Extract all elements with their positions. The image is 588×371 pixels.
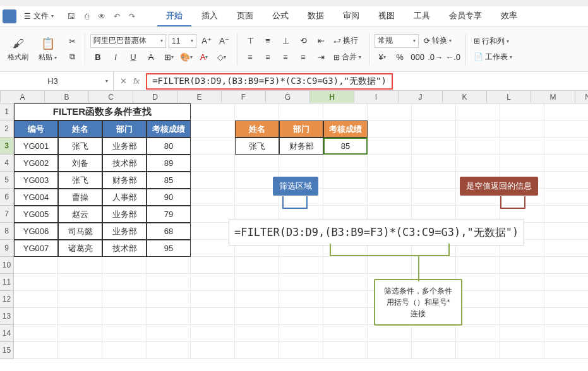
cell[interactable]: 部门 [102, 121, 147, 138]
cell[interactable]: 刘备 [58, 155, 102, 172]
row-header-7[interactable]: 7 [0, 206, 14, 223]
col-header-M[interactable]: M [531, 91, 575, 103]
number-format-select[interactable]: 常规▾ [375, 34, 419, 48]
cell[interactable]: YG007 [14, 240, 58, 257]
cancel-icon[interactable]: ✕ [120, 76, 127, 86]
cell[interactable]: 姓名 [235, 121, 279, 138]
indent-dec-icon[interactable]: ⇤ [313, 34, 328, 48]
row-header-2[interactable]: 2 [0, 121, 14, 138]
tab-review[interactable]: 审阅 [334, 6, 368, 26]
highlight-button[interactable]: ◇▾ [214, 50, 229, 64]
tab-insert[interactable]: 插入 [193, 6, 227, 26]
align-left-icon[interactable]: ≡ [243, 50, 258, 64]
col-header-H[interactable]: H [310, 91, 354, 103]
cell[interactable]: 85 [323, 138, 368, 155]
col-header-K[interactable]: K [443, 91, 487, 103]
cell[interactable]: 诸葛亮 [58, 240, 102, 257]
row-header-11[interactable]: 11 [0, 274, 14, 291]
col-header-I[interactable]: I [354, 91, 399, 103]
cell[interactable]: 考核成绩 [323, 121, 368, 138]
align-middle-icon[interactable]: ≡ [260, 34, 275, 48]
worksheet-button[interactable]: 📄 工作表▾ [471, 50, 515, 64]
convert-button[interactable]: ⟳ 转换▾ [421, 34, 454, 47]
wrap-button[interactable]: ⮐ 换行 [331, 34, 361, 47]
cell[interactable]: 79 [147, 206, 191, 223]
cell[interactable]: 人事部 [102, 189, 147, 206]
row-header-1[interactable]: 1 [0, 103, 14, 121]
cell[interactable]: 赵云 [58, 206, 102, 223]
tab-view[interactable]: 视图 [369, 6, 404, 26]
border-button[interactable]: ⊞▾ [161, 50, 176, 64]
cell[interactable]: 技术部 [102, 155, 147, 172]
preview-icon[interactable]: 👁 [97, 11, 107, 21]
font-size-select[interactable]: 11▾ [169, 34, 196, 48]
cut-icon[interactable]: ✂ [64, 35, 80, 49]
decrease-font-icon[interactable]: A⁻ [217, 34, 232, 48]
increase-font-icon[interactable]: A⁺ [199, 34, 214, 48]
col-header-E[interactable]: E [177, 91, 222, 103]
bold-button[interactable]: B [90, 50, 105, 64]
formula-input-wrap[interactable]: =FILTER(D3:D9,(B3:B9=F3)*(C3:C9=G3),"无数据… [146, 73, 588, 90]
cell[interactable]: 技术部 [102, 240, 147, 257]
cell[interactable]: 考核成绩 [147, 121, 191, 138]
col-header-A[interactable]: A [1, 91, 45, 103]
cell[interactable]: YG003 [14, 172, 58, 189]
cell[interactable]: 张飞 [58, 138, 102, 155]
row-header-13[interactable]: 13 [0, 308, 14, 325]
dec-inc-icon[interactable]: .0→ [428, 50, 443, 64]
paste-button[interactable]: 📋 粘贴 ▾ [36, 33, 59, 64]
cell[interactable]: YG006 [14, 223, 58, 240]
align-center-icon[interactable]: ≡ [260, 50, 275, 64]
row-header-14[interactable]: 14 [0, 325, 14, 342]
dec-dec-icon[interactable]: ←.0 [445, 50, 460, 64]
row-header-10[interactable]: 10 [0, 257, 14, 274]
redo-icon[interactable]: ↷ [127, 11, 137, 21]
cell[interactable]: 业务部 [102, 223, 147, 240]
undo-icon[interactable]: ↶ [112, 11, 122, 21]
tab-page[interactable]: 页面 [228, 6, 262, 26]
percent-icon[interactable]: % [392, 50, 407, 64]
tab-tools[interactable]: 工具 [405, 6, 439, 26]
row-header-4[interactable]: 4 [0, 155, 14, 172]
cell[interactable]: 财务部 [279, 138, 323, 155]
col-header-C[interactable]: C [89, 91, 133, 103]
format-painter-button[interactable]: 🖌 格式刷 [5, 33, 31, 64]
fill-color-button[interactable]: 🎨▾ [179, 50, 194, 64]
italic-button[interactable]: I [108, 50, 123, 64]
tab-start[interactable]: 开始 [157, 6, 191, 26]
row-header-8[interactable]: 8 [0, 223, 14, 240]
tab-data[interactable]: 数据 [299, 6, 333, 26]
indent-inc-icon[interactable]: ⇥ [313, 50, 328, 64]
cell[interactable]: 司马懿 [58, 223, 102, 240]
align-right-icon[interactable]: ≡ [278, 50, 293, 64]
col-header-F[interactable]: F [222, 91, 266, 103]
fx-icon[interactable]: fx [133, 76, 140, 86]
file-menu[interactable]: ☰ 文件 ▾ [19, 8, 59, 24]
row-header-5[interactable]: 5 [0, 172, 14, 189]
comma-icon[interactable]: 000 [410, 50, 425, 64]
cell[interactable]: 业务部 [102, 206, 147, 223]
col-header-G[interactable]: G [266, 91, 310, 103]
col-header-B[interactable]: B [45, 91, 89, 103]
cell[interactable]: 财务部 [102, 172, 147, 189]
row-header-9[interactable]: 9 [0, 240, 14, 257]
row-header-3[interactable]: 3 [0, 138, 14, 155]
cell[interactable]: 姓名 [58, 121, 102, 138]
cell[interactable]: YG004 [14, 189, 58, 206]
row-header-12[interactable]: 12 [0, 291, 14, 308]
row-header-6[interactable]: 6 [0, 189, 14, 206]
cell[interactable]: FILTER函数多条件查找 [14, 103, 191, 121]
row-header-15[interactable]: 15 [0, 342, 14, 359]
tab-efficiency[interactable]: 效率 [492, 6, 526, 26]
cell[interactable]: 曹操 [58, 189, 102, 206]
name-box[interactable]: H3 ▾ [0, 72, 114, 91]
cell[interactable]: 张飞 [235, 138, 279, 155]
cell[interactable]: 张飞 [58, 172, 102, 189]
cell[interactable]: YG001 [14, 138, 58, 155]
cell[interactable]: 编号 [14, 121, 58, 138]
col-header-D[interactable]: D [133, 91, 177, 103]
underline-button[interactable]: U [126, 50, 141, 64]
align-bottom-icon[interactable]: ⊥ [278, 34, 293, 48]
col-header-L[interactable]: L [487, 91, 531, 103]
strikethrough-button[interactable]: A [143, 50, 159, 64]
